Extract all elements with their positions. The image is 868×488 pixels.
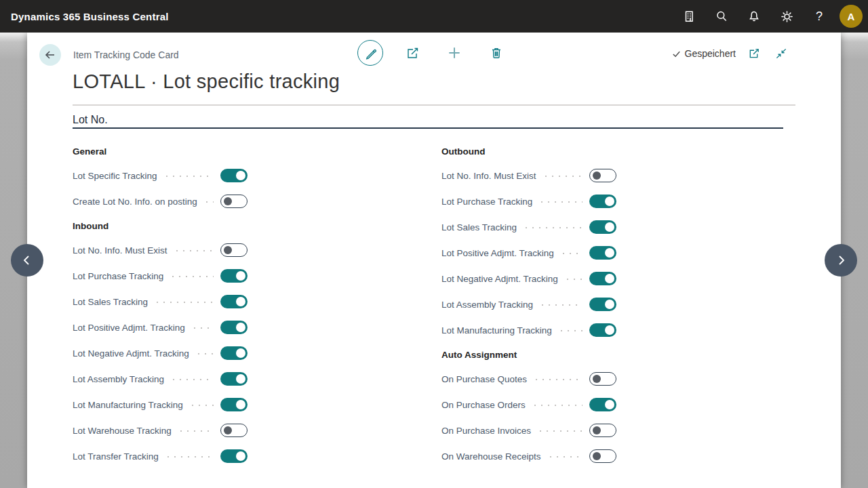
toggle-row: Lot Assembly Tracking bbox=[441, 291, 616, 317]
toggle-knob bbox=[236, 171, 245, 180]
app-title: Dynamics 365 Business Central bbox=[11, 11, 169, 22]
toggle-switch-lot-positive-adjmt-tracking[interactable] bbox=[589, 246, 616, 260]
delete-button[interactable] bbox=[484, 40, 509, 66]
section-header-general: General bbox=[73, 140, 248, 163]
toggle-switch-lot-transfer-tracking[interactable] bbox=[220, 449, 248, 463]
toggle-knob bbox=[224, 426, 232, 434]
save-status: Gespeichert bbox=[671, 48, 736, 59]
lot-no-input[interactable] bbox=[73, 115, 783, 129]
toggle-row: Lot No. Info. Must Exist bbox=[441, 163, 616, 188]
toggle-label: On Purchase Invoices bbox=[441, 426, 531, 436]
toggle-switch-lot-no-info-must-exist[interactable] bbox=[220, 243, 248, 257]
toggle-switch-lot-warehouse-tracking[interactable] bbox=[220, 424, 248, 437]
dotted-leader bbox=[538, 201, 583, 203]
toggle-knob bbox=[236, 271, 245, 281]
toggle-knob bbox=[236, 374, 245, 384]
toggle-knob bbox=[224, 246, 232, 254]
toggle-row: Lot No. Info. Must Exist bbox=[73, 237, 248, 263]
share-icon bbox=[406, 46, 419, 60]
toggle-knob bbox=[236, 451, 245, 461]
dotted-leader bbox=[547, 455, 583, 458]
toggle-switch-lot-negative-adjmt-tracking[interactable] bbox=[220, 346, 248, 360]
toggle-label: Lot Manufacturing Tracking bbox=[73, 400, 183, 410]
toggle-label: Lot Transfer Tracking bbox=[73, 451, 159, 462]
toggle-knob bbox=[593, 426, 601, 434]
dotted-leader bbox=[564, 278, 583, 281]
share-button[interactable] bbox=[399, 40, 425, 66]
toggle-row: Lot Assembly Tracking bbox=[73, 366, 248, 392]
card-header: Item Tracking Code Card bbox=[27, 33, 841, 72]
toggle-label: Lot Negative Adjmt. Tracking bbox=[73, 348, 189, 359]
dotted-leader bbox=[542, 175, 583, 178]
section-header-auto-assignment: Auto Assignment bbox=[441, 343, 616, 366]
popout-button[interactable] bbox=[745, 45, 763, 62]
next-record-button[interactable] bbox=[825, 244, 857, 277]
dotted-leader bbox=[560, 252, 583, 255]
toggle-row: Lot Manufacturing Tracking bbox=[441, 317, 616, 343]
add-button[interactable] bbox=[441, 40, 467, 66]
toggle-row: Lot Sales Tracking bbox=[73, 289, 248, 314]
dotted-leader bbox=[178, 430, 214, 432]
toggle-row: Lot Manufacturing Tracking bbox=[73, 392, 248, 418]
page-caption: Item Tracking Code Card bbox=[73, 49, 179, 60]
dotted-leader bbox=[189, 404, 214, 407]
previous-record-button[interactable] bbox=[11, 244, 43, 277]
dotted-leader bbox=[539, 304, 583, 306]
user-avatar[interactable]: A bbox=[840, 5, 863, 28]
dotted-leader bbox=[532, 404, 583, 407]
toggle-row: Lot Positive Adjmt. Tracking bbox=[73, 314, 248, 340]
item-tracking-code-card: Item Tracking Code Card bbox=[27, 33, 841, 488]
toggle-label: Lot Purchase Tracking bbox=[441, 197, 532, 207]
toggle-knob bbox=[593, 452, 601, 460]
toggle-label: On Purchase Orders bbox=[441, 400, 526, 410]
company-icon[interactable] bbox=[673, 0, 705, 33]
gear-icon[interactable] bbox=[770, 0, 803, 33]
toggle-switch-on-warehouse-receipts[interactable] bbox=[589, 449, 616, 463]
toggle-row: Lot Purchase Tracking bbox=[73, 263, 248, 289]
toggle-switch-lot-sales-tracking[interactable] bbox=[220, 295, 248, 308]
toggle-knob bbox=[605, 325, 614, 335]
toggle-label: Lot Manufacturing Tracking bbox=[441, 325, 552, 336]
toggle-switch-lot-purchase-tracking[interactable] bbox=[589, 195, 616, 208]
chevron-right-icon bbox=[833, 252, 849, 268]
back-button[interactable] bbox=[39, 44, 61, 66]
toggle-row: On Warehouse Receipts bbox=[441, 443, 616, 469]
toggle-switch-lot-manufacturing-tracking[interactable] bbox=[220, 398, 248, 411]
toggle-label: On Warehouse Receipts bbox=[441, 451, 541, 462]
edit-button[interactable] bbox=[357, 40, 383, 66]
toggle-row: Lot Specific Tracking bbox=[73, 163, 248, 188]
help-icon[interactable]: ? bbox=[803, 0, 835, 33]
toggle-switch-lot-positive-adjmt-tracking[interactable] bbox=[220, 321, 248, 334]
toggle-switch-on-purchase-quotes[interactable] bbox=[589, 372, 616, 386]
search-icon[interactable] bbox=[705, 0, 738, 33]
chevron-left-icon bbox=[19, 252, 35, 268]
toggle-switch-create-lot-no-info-on-posting[interactable] bbox=[220, 195, 248, 208]
toggle-label: Lot Positive Adjmt. Tracking bbox=[73, 323, 185, 333]
toggle-label: Lot Purchase Tracking bbox=[73, 271, 163, 281]
toggle-knob bbox=[236, 348, 245, 358]
dotted-leader bbox=[533, 378, 583, 381]
toggle-switch-on-purchase-orders[interactable] bbox=[589, 398, 616, 411]
toggle-switch-lot-assembly-tracking[interactable] bbox=[589, 298, 616, 311]
toggle-knob bbox=[605, 400, 614, 409]
dotted-leader bbox=[537, 430, 583, 432]
toggle-switch-lot-no-info-must-exist[interactable] bbox=[589, 169, 616, 182]
bell-icon[interactable] bbox=[738, 0, 770, 33]
card-window-controls: Gespeichert bbox=[671, 45, 790, 62]
toggle-switch-lot-assembly-tracking[interactable] bbox=[220, 372, 248, 386]
toggle-switch-lot-specific-tracking[interactable] bbox=[220, 169, 248, 182]
dotted-leader bbox=[195, 352, 214, 355]
dotted-leader bbox=[163, 175, 214, 178]
toggle-knob bbox=[593, 171, 601, 180]
toggle-switch-on-purchase-invoices[interactable] bbox=[589, 424, 616, 437]
toggle-switch-lot-negative-adjmt-tracking[interactable] bbox=[589, 272, 616, 285]
toggle-switch-lot-purchase-tracking[interactable] bbox=[220, 269, 248, 283]
collapse-button[interactable] bbox=[772, 45, 790, 62]
toggle-label: Create Lot No. Info. on posting bbox=[73, 197, 197, 207]
dotted-leader bbox=[154, 301, 214, 304]
pencil-icon bbox=[363, 46, 377, 60]
toggle-switch-lot-manufacturing-tracking[interactable] bbox=[589, 323, 616, 337]
dotted-leader bbox=[558, 329, 583, 332]
toggle-label: Lot Warehouse Tracking bbox=[73, 426, 172, 436]
toggle-switch-lot-sales-tracking[interactable] bbox=[589, 220, 616, 234]
